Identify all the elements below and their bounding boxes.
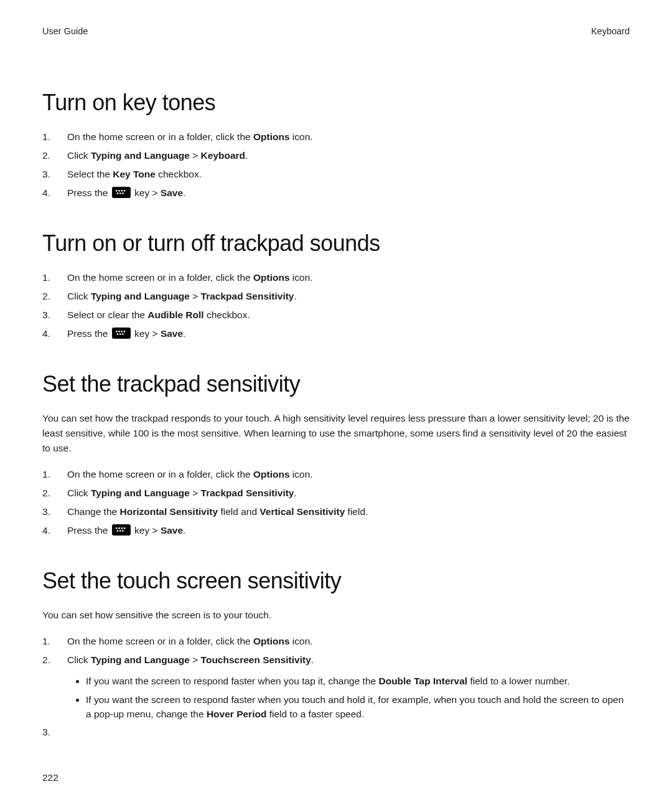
header-left: User Guide: [42, 26, 88, 36]
bold-text: Save: [161, 187, 183, 198]
bold-text: Touchscreen Sensitivity: [201, 654, 311, 665]
bold-text: Double Tap Interval: [378, 676, 467, 686]
step-list: On the home screen or in a folder, click…: [42, 270, 630, 341]
section-key-tones: Turn on key tonesOn the home screen or i…: [42, 90, 630, 201]
bold-text: Options: [253, 469, 290, 479]
step-text: On the home screen or in a folder, click…: [67, 131, 313, 142]
bold-text: Trackpad Sensitivity: [201, 291, 294, 301]
bold-text: Typing and Language: [91, 291, 190, 301]
step-item: Change the Horizontal Sensitivity field …: [42, 504, 630, 519]
menu-key-icon: [112, 524, 131, 536]
step-text: Press the key > Save.: [67, 525, 185, 536]
step-item: Press the key > Save.: [42, 523, 630, 538]
section-trackpad-sounds: Turn on or turn off trackpad soundsOn th…: [42, 230, 630, 341]
bold-text: Save: [161, 525, 183, 536]
step-item: Click Typing and Language > Trackpad Sen…: [42, 289, 630, 304]
page-number: 222: [42, 772, 58, 783]
bold-text: Typing and Language: [91, 488, 190, 498]
bold-text: Key Tone: [113, 169, 156, 179]
step-text: Select the Key Tone checkbox.: [67, 169, 202, 179]
section-intro: You can set how sensitive the screen is …: [42, 608, 630, 623]
step-item: On the home screen or in a folder, click…: [42, 634, 630, 649]
section-heading: Turn on key tones: [42, 90, 630, 116]
step-text: Select or clear the Audible Roll checkbo…: [67, 309, 250, 320]
bold-text: Typing and Language: [91, 654, 190, 665]
page-header: User Guide Keyboard: [42, 26, 630, 36]
step-text: Change the Horizontal Sensitivity field …: [67, 506, 368, 517]
sub-bullet-list: If you want the screen to respond faster…: [67, 674, 630, 721]
bold-text: Hover Period: [207, 709, 266, 719]
step-text: Press the key > Save.: [67, 328, 185, 339]
step-item: Click Typing and Language > Keyboard.: [42, 148, 630, 163]
bold-text: Options: [253, 131, 290, 142]
step-item: Select or clear the Audible Roll checkbo…: [42, 308, 630, 323]
menu-key-icon: [112, 187, 131, 198]
bold-text: Options: [253, 636, 290, 646]
step-item: Select the Key Tone checkbox.: [42, 167, 630, 182]
bold-text: Audible Roll: [147, 309, 203, 320]
section-heading: Set the trackpad sensitivity: [42, 371, 630, 397]
step-item: Click Typing and Language > Trackpad Sen…: [42, 486, 630, 501]
header-right: Keyboard: [591, 26, 630, 36]
sub-bullet-item: If you want the screen to respond faster…: [86, 692, 630, 722]
menu-key-icon: [112, 328, 131, 339]
section-touch-screen-sensitivity: Set the touch screen sensitivityYou can …: [42, 568, 630, 721]
step-text: On the home screen or in a folder, click…: [67, 272, 313, 283]
section-trackpad-sensitivity: Set the trackpad sensitivityYou can set …: [42, 371, 630, 538]
step-item: Click Typing and Language > Touchscreen …: [42, 653, 630, 721]
bold-text: Save: [161, 328, 183, 339]
step-text: On the home screen or in a folder, click…: [67, 636, 313, 646]
step-list: On the home screen or in a folder, click…: [42, 467, 630, 538]
bold-text: Vertical Sensitivity: [259, 506, 345, 517]
bold-text: Trackpad Sensitivity: [201, 488, 294, 498]
step-text: Click Typing and Language > Trackpad Sen…: [67, 291, 297, 301]
bold-text: Keyboard: [201, 150, 246, 161]
step-item: On the home screen or in a folder, click…: [42, 270, 630, 285]
step-text: Press the key > Save.: [67, 187, 185, 198]
step-text: Click Typing and Language > Trackpad Sen…: [67, 488, 297, 498]
step-list: On the home screen or in a folder, click…: [42, 130, 630, 201]
step-text: Click Typing and Language > Keyboard.: [67, 150, 248, 161]
bold-text: Horizontal Sensitivity: [119, 506, 218, 517]
sub-bullet-item: If you want the screen to respond faster…: [86, 674, 630, 688]
step-text: Click Typing and Language > Touchscreen …: [67, 654, 314, 665]
section-heading: Set the touch screen sensitivity: [42, 568, 630, 594]
step-item: On the home screen or in a folder, click…: [42, 130, 630, 144]
section-heading: Turn on or turn off trackpad sounds: [42, 230, 630, 257]
step-text: On the home screen or in a folder, click…: [67, 469, 313, 479]
bold-text: Typing and Language: [91, 150, 190, 161]
section-intro: You can set how the trackpad responds to…: [42, 411, 630, 456]
bold-text: Options: [253, 272, 290, 283]
step-item: Press the key > Save.: [42, 326, 630, 341]
step-item: On the home screen or in a folder, click…: [42, 467, 630, 482]
page: User Guide Keyboard Turn on key tonesOn …: [0, 0, 672, 807]
step-item: Press the key > Save.: [42, 186, 630, 201]
step-list: On the home screen or in a folder, click…: [42, 634, 630, 721]
